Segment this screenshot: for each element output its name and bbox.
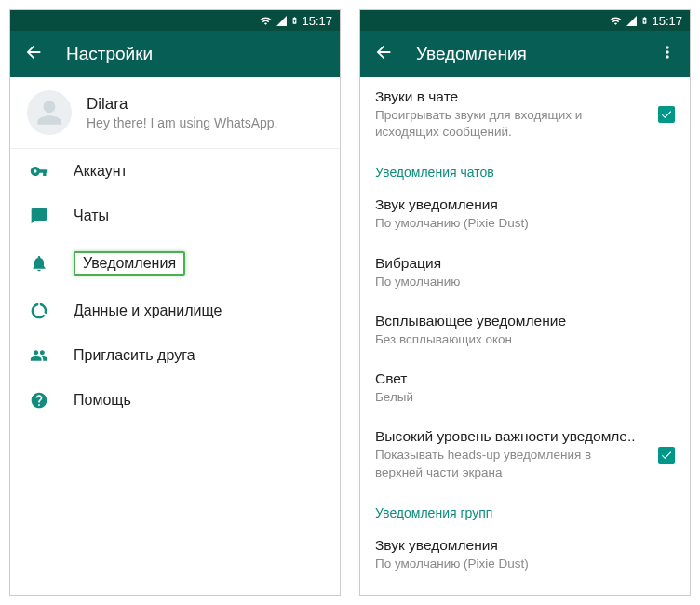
people-icon bbox=[27, 346, 51, 365]
conversation-tones-toggle[interactable]: Звуки в чате Проигрывать звуки для входя… bbox=[360, 77, 690, 152]
item-title: Звуки в чате bbox=[375, 88, 675, 105]
bell-icon bbox=[27, 254, 51, 273]
settings-item-account[interactable]: Аккаунт bbox=[10, 149, 340, 194]
page-title: Уведомления bbox=[416, 44, 658, 64]
item-title: Свет bbox=[375, 370, 675, 387]
chat-vibrate[interactable]: Вибрация По умолчанию bbox=[360, 244, 690, 302]
item-title: Звук уведомления bbox=[375, 196, 675, 213]
item-subtitle: Белый bbox=[375, 389, 675, 406]
item-subtitle: Показывать heads-up уведомления в верхне… bbox=[375, 447, 675, 480]
chat-light[interactable]: Свет Белый bbox=[360, 359, 690, 417]
battery-icon bbox=[290, 14, 299, 27]
signal-icon bbox=[626, 15, 638, 27]
page-title: Настройки bbox=[66, 44, 327, 64]
help-icon bbox=[27, 391, 51, 410]
item-title: Звук уведомления bbox=[375, 537, 675, 554]
settings-label: Пригласить друга bbox=[74, 347, 195, 364]
profile-text: Dilara Hey there! I am using WhatsApp. bbox=[87, 95, 277, 130]
item-subtitle: Без всплывающих окон bbox=[375, 331, 675, 348]
item-title: Высокий уровень важности уведомле.. bbox=[375, 428, 675, 445]
section-header-groups: Уведомления групп bbox=[360, 492, 690, 526]
avatar bbox=[27, 90, 72, 135]
check-icon bbox=[660, 108, 673, 121]
check-icon bbox=[660, 449, 673, 462]
status-bar: 15:17 bbox=[10, 10, 340, 31]
status-time: 15:17 bbox=[302, 14, 332, 28]
checkbox-checked[interactable] bbox=[658, 447, 675, 464]
section-header-chats: Уведомления чатов bbox=[360, 152, 690, 185]
more-button[interactable] bbox=[658, 43, 677, 65]
group-vibrate[interactable]: Вибрация По умолчанию bbox=[360, 584, 690, 595]
data-usage-icon bbox=[27, 302, 51, 320]
settings-item-help[interactable]: Помощь bbox=[10, 378, 340, 423]
item-subtitle: По умолчанию (Pixie Dust) bbox=[375, 215, 675, 232]
key-icon bbox=[27, 162, 51, 181]
more-vert-icon bbox=[658, 43, 677, 61]
wifi-icon bbox=[259, 15, 273, 27]
profile-status: Hey there! I am using WhatsApp. bbox=[87, 115, 277, 130]
profile-name: Dilara bbox=[87, 95, 277, 114]
settings-label: Уведомления bbox=[74, 251, 185, 276]
item-title: Вибрация bbox=[375, 255, 675, 272]
item-title: Всплывающее уведомление bbox=[375, 313, 675, 329]
settings-item-invite[interactable]: Пригласить друга bbox=[10, 333, 340, 378]
settings-item-notifications[interactable]: Уведомления bbox=[10, 238, 340, 289]
item-subtitle: Проигрывать звуки для входящих и исходящ… bbox=[375, 107, 675, 141]
item-subtitle: По умолчанию (Pixie Dust) bbox=[375, 556, 675, 572]
settings-item-chats[interactable]: Чаты bbox=[10, 194, 340, 238]
chat-popup[interactable]: Всплывающее уведомление Без всплывающих … bbox=[360, 302, 690, 359]
group-notification-tone[interactable]: Звук уведомления По умолчанию (Pixie Dus… bbox=[360, 526, 690, 584]
notifications-screen: 15:17 Уведомления Звуки в чате Проигрыва… bbox=[359, 9, 691, 596]
arrow-back-icon bbox=[373, 42, 394, 62]
profile-row[interactable]: Dilara Hey there! I am using WhatsApp. bbox=[10, 77, 340, 149]
settings-content: Dilara Hey there! I am using WhatsApp. А… bbox=[10, 77, 340, 595]
battery-icon bbox=[640, 14, 649, 27]
wifi-icon bbox=[609, 15, 623, 27]
settings-item-data[interactable]: Данные и хранилище bbox=[10, 289, 340, 333]
status-time: 15:17 bbox=[652, 14, 682, 28]
status-bar: 15:17 bbox=[360, 10, 690, 31]
chat-high-priority-toggle[interactable]: Высокий уровень важности уведомле.. Пока… bbox=[360, 417, 690, 491]
chat-icon bbox=[27, 207, 51, 225]
signal-icon bbox=[276, 15, 288, 27]
settings-label: Помощь bbox=[74, 392, 131, 409]
notifications-content: Звуки в чате Проигрывать звуки для входя… bbox=[360, 77, 690, 595]
back-button[interactable] bbox=[23, 42, 44, 66]
chat-notification-tone[interactable]: Звук уведомления По умолчанию (Pixie Dus… bbox=[360, 185, 690, 243]
app-bar: Настройки bbox=[10, 31, 340, 77]
settings-screen: 15:17 Настройки Dilara Hey there! I am u… bbox=[9, 9, 341, 596]
checkbox-checked[interactable] bbox=[658, 106, 675, 123]
back-button[interactable] bbox=[373, 42, 394, 66]
item-subtitle: По умолчанию bbox=[375, 274, 675, 290]
settings-label: Чаты bbox=[74, 208, 109, 224]
settings-label: Данные и хранилище bbox=[74, 302, 222, 319]
arrow-back-icon bbox=[23, 42, 44, 62]
settings-label: Аккаунт bbox=[74, 163, 128, 180]
app-bar: Уведомления bbox=[360, 31, 690, 77]
person-icon bbox=[32, 95, 67, 130]
